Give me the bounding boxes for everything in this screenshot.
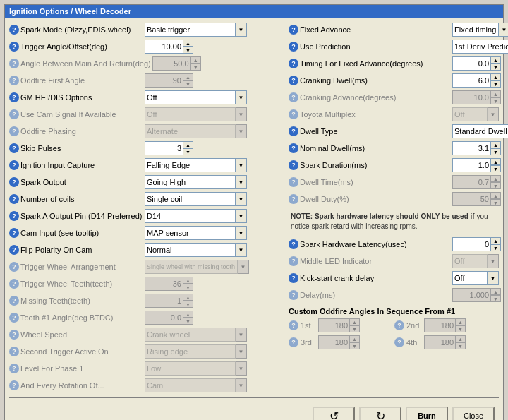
help-toyota-multiplex[interactable]: ? — [289, 109, 298, 119]
help-dwell-duty[interactable]: ? — [289, 194, 298, 204]
help-middle-led[interactable]: ? — [289, 256, 298, 266]
select-spark-output[interactable]: Going High Going Low — [145, 175, 236, 189]
help-dwell-type[interactable]: ? — [289, 126, 298, 136]
combo-arrow-gm-hei[interactable]: ▼ — [236, 90, 247, 104]
help-trigger-wheel-arrangement[interactable]: ? — [9, 262, 19, 272]
help-oddfire-3rd[interactable]: ? — [289, 337, 298, 347]
help-timing-fixed-advance[interactable]: ? — [289, 59, 298, 68]
select-use-cam: Off — [145, 107, 236, 121]
spin-up-cranking-advance: ▲ — [491, 90, 501, 97]
help-fixed-advance[interactable]: ? — [289, 25, 298, 35]
spin-up-skip-pulses[interactable]: ▲ — [183, 141, 193, 148]
select-number-coils[interactable]: Single coil — [145, 192, 236, 206]
spin-down-spark-duration[interactable]: ▼ — [491, 165, 501, 172]
spin-down-cranking-dwell[interactable]: ▼ — [491, 80, 501, 88]
help-every-rotation[interactable]: ? — [9, 380, 19, 390]
spin-up-spark-duration[interactable]: ▲ — [491, 158, 501, 165]
spin-up-trigger-angle[interactable]: ▲ — [183, 40, 193, 47]
input-timing-fixed-advance[interactable] — [452, 56, 491, 71]
combo-arrow-kickstart-delay[interactable]: ▼ — [488, 271, 499, 285]
help-cranking-dwell[interactable]: ? — [289, 76, 298, 85]
help-kickstart-delay[interactable]: ? — [289, 273, 298, 283]
help-tooth-angle[interactable]: ? — [9, 313, 19, 323]
help-use-prediction[interactable]: ? — [289, 42, 298, 52]
help-oddfire-phasing[interactable]: ? — [9, 126, 19, 136]
select-cam-input[interactable]: MAP sensor — [145, 226, 236, 240]
combo-arrow-cam-input[interactable]: ▼ — [236, 226, 247, 240]
help-trigger-wheel-teeth[interactable]: ? — [9, 279, 19, 289]
row-spark-duration: ? Spark Duration(ms) ▲ ▼ — [289, 157, 499, 173]
combo-arrow-flip-polarity[interactable]: ▼ — [236, 243, 247, 257]
select-spark-mode[interactable]: Basic trigger — [145, 23, 236, 37]
select-gm-hei[interactable]: Off — [145, 90, 236, 104]
input-nominal-dwell[interactable] — [452, 141, 491, 155]
combo-arrow-spark-mode[interactable]: ▼ — [236, 23, 247, 37]
close-button[interactable]: Close — [452, 407, 495, 420]
combo-middle-led: Off ▼ — [452, 254, 499, 268]
input-skip-pulses[interactable] — [145, 141, 183, 155]
label-trigger-wheel-arrangement: Trigger Wheel Arrangement — [20, 263, 116, 271]
help-missing-teeth[interactable]: ? — [9, 296, 19, 306]
help-second-trigger[interactable]: ? — [9, 347, 19, 356]
spin-up-timing-fixed-advance[interactable]: ▲ — [491, 56, 501, 64]
combo-arrow-spark-output[interactable]: ▼ — [236, 175, 247, 189]
combo-arrow-fixed-advance[interactable]: ▼ — [499, 23, 508, 37]
input-cranking-dwell[interactable] — [452, 73, 491, 88]
spin-up-nominal-dwell[interactable]: ▲ — [491, 141, 501, 148]
spin-skip-pulses: ▲ ▼ — [145, 141, 193, 155]
help-spark-hw-latency[interactable]: ? — [289, 239, 298, 249]
help-ignition-input-capture[interactable]: ? — [9, 160, 19, 170]
help-cranking-advance[interactable]: ? — [289, 92, 298, 102]
help-wheel-speed[interactable]: ? — [9, 330, 19, 340]
input-missing-teeth — [145, 294, 183, 308]
select-ignition-input-capture[interactable]: Falling Edge Rising Edge — [145, 158, 236, 172]
spin-down-spark-hw-latency[interactable]: ▼ — [491, 244, 501, 251]
help-angle-between[interactable]: ? — [9, 59, 19, 68]
label-spark-a-output: Spark A Output Pin (D14 Preferred) — [20, 212, 142, 220]
label-oddfire-phasing: Oddfire Phasing — [20, 127, 76, 136]
help-spark-output[interactable]: ? — [9, 177, 19, 187]
input-trigger-angle[interactable] — [145, 40, 183, 54]
help-cam-input[interactable]: ? — [9, 228, 19, 238]
help-trigger-angle[interactable]: ? — [9, 42, 19, 52]
redo-button[interactable]: ↻ — [359, 407, 401, 420]
spin-down-trigger-angle[interactable]: ▼ — [183, 47, 193, 54]
help-nominal-dwell[interactable]: ? — [289, 143, 298, 153]
spin-up-cranking-dwell[interactable]: ▲ — [491, 73, 501, 80]
select-spark-a-output[interactable]: D14 — [145, 209, 236, 223]
combo-arrow-ignition-input-capture[interactable]: ▼ — [236, 158, 247, 172]
help-oddfire-first[interactable]: ? — [9, 76, 19, 85]
help-spark-duration[interactable]: ? — [289, 160, 298, 170]
input-spark-hw-latency[interactable] — [452, 237, 491, 251]
burn-button[interactable]: Burn — [406, 407, 448, 420]
select-use-prediction[interactable]: 1st Deriv Prediction — [452, 40, 508, 54]
help-delay-ms[interactable]: ? — [289, 290, 298, 300]
combo-arrow-toyota-multiplex: ▼ — [488, 107, 499, 121]
combo-arrow-spark-a-output[interactable]: ▼ — [236, 209, 247, 223]
select-dwell-type[interactable]: Standard Dwell — [452, 124, 508, 138]
help-gm-hei[interactable]: ? — [9, 92, 19, 102]
help-oddfire-4th[interactable]: ? — [394, 337, 404, 347]
help-spark-a-output[interactable]: ? — [9, 211, 19, 221]
input-spark-duration[interactable] — [452, 158, 491, 172]
spin-down-nominal-dwell[interactable]: ▼ — [491, 148, 501, 155]
spin-down-skip-pulses[interactable]: ▼ — [183, 148, 193, 155]
help-dwell-time[interactable]: ? — [289, 177, 298, 187]
undo-button[interactable]: ↺ — [313, 407, 355, 420]
help-spark-mode[interactable]: ? — [9, 25, 19, 35]
help-oddfire-1st[interactable]: ? — [289, 320, 298, 330]
spin-down-timing-fixed-advance[interactable]: ▼ — [491, 64, 501, 71]
oddfire-row-1st: ? 1st ▲ ▼ — [289, 318, 393, 333]
help-use-cam[interactable]: ? — [9, 109, 19, 119]
help-oddfire-2nd[interactable]: ? — [394, 320, 404, 330]
select-fixed-advance[interactable]: Fixed timing — [452, 23, 499, 37]
help-number-coils[interactable]: ? — [9, 194, 19, 204]
spin-up-spark-hw-latency[interactable]: ▲ — [491, 237, 501, 244]
help-flip-polarity[interactable]: ? — [9, 245, 19, 255]
help-skip-pulses[interactable]: ? — [9, 143, 19, 153]
combo-arrow-number-coils[interactable]: ▼ — [236, 192, 247, 206]
row-spark-mode: ? Spark Mode (Dizzy,EDIS,wheel) Basic tr… — [9, 22, 284, 37]
select-flip-polarity[interactable]: Normal — [145, 243, 236, 257]
select-kickstart-delay[interactable]: Off — [452, 271, 488, 285]
help-level-phase[interactable]: ? — [9, 364, 19, 373]
